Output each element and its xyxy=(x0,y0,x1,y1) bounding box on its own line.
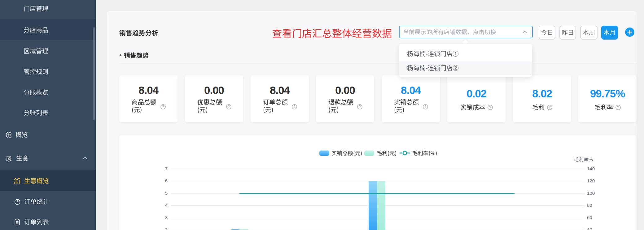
svg-text:?: ? xyxy=(293,105,295,109)
svg-text:?: ? xyxy=(549,105,550,109)
svg-text:?: ? xyxy=(359,105,361,109)
svg-text:?: ? xyxy=(424,105,426,109)
svg-text:?: ? xyxy=(617,105,619,109)
svg-text:?: ? xyxy=(228,105,230,109)
svg-text:?: ? xyxy=(489,105,491,109)
svg-text:?: ? xyxy=(162,105,164,109)
